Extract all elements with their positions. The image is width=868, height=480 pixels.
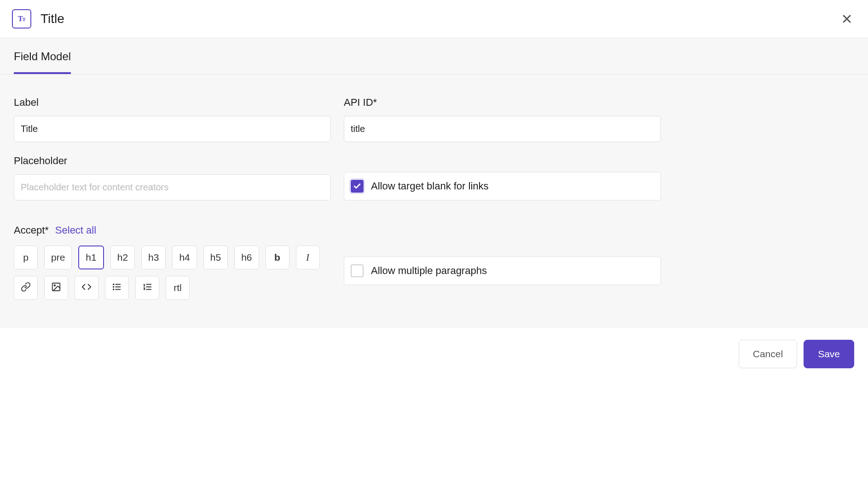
dialog-footer: Cancel Save (0, 327, 868, 380)
svg-point-9 (113, 289, 114, 290)
format-buttons: ppreh1h2h3h4h5h6bIrtl (14, 246, 330, 300)
format-h6-button[interactable]: h6 (234, 246, 259, 269)
format-h3-button[interactable]: h3 (141, 246, 166, 269)
dialog-title: Title (41, 11, 64, 26)
allow-multiple-label: Allow multiple paragraphs (371, 265, 487, 277)
tab-field-model[interactable]: Field Model (14, 38, 71, 74)
code-icon (81, 282, 92, 294)
format-pre-button[interactable]: pre (44, 246, 72, 269)
check-icon (353, 182, 361, 190)
accept-group: Accept* Select all ppreh1h2h3h4h5h6bIrtl (14, 213, 331, 300)
allow-target-blank-option[interactable]: Allow target blank for links (344, 172, 661, 200)
format-p-button[interactable]: p (14, 246, 38, 269)
allow-multiple-option[interactable]: Allow multiple paragraphs (344, 257, 661, 285)
accept-label: Accept* (14, 224, 49, 236)
close-button[interactable] (838, 10, 856, 28)
format-link-button[interactable] (14, 276, 38, 300)
apiid-input[interactable] (344, 116, 661, 142)
format-ul-button[interactable] (105, 276, 129, 300)
format-image-button[interactable] (44, 276, 68, 300)
apiid-field-label: API ID* (344, 97, 661, 109)
tabs: Field Model (0, 38, 868, 74)
svg-point-8 (113, 286, 114, 287)
svg-point-7 (113, 284, 114, 285)
label-group: Label (14, 97, 331, 142)
save-button[interactable]: Save (804, 340, 854, 368)
format-h1-button[interactable]: h1 (78, 246, 104, 269)
format-bold-button[interactable]: b (266, 246, 289, 269)
field-type-icon: TT (12, 9, 31, 29)
allow-target-blank-label: Allow target blank for links (371, 180, 489, 192)
format-italic-button[interactable]: I (296, 246, 320, 269)
cancel-button[interactable]: Cancel (739, 340, 797, 368)
dialog-header: TT Title (0, 0, 868, 38)
format-h5-button[interactable]: h5 (203, 246, 228, 269)
text-icon: TT (18, 15, 25, 23)
placeholder-field-label: Placeholder (14, 155, 331, 167)
format-embed-button[interactable] (75, 276, 98, 300)
format-rtl-button[interactable]: rtl (166, 276, 190, 300)
list-ol-icon (142, 282, 152, 294)
format-h4-button[interactable]: h4 (172, 246, 197, 269)
label-field-label: Label (14, 97, 331, 109)
target-blank-group: Allow target blank for links (344, 155, 661, 200)
allow-target-blank-checkbox[interactable] (351, 180, 364, 193)
allow-multiple-checkbox[interactable] (351, 264, 364, 277)
label-input[interactable] (14, 116, 331, 142)
format-h2-button[interactable]: h2 (110, 246, 135, 269)
placeholder-input[interactable] (14, 174, 331, 200)
image-icon (51, 282, 61, 294)
format-ol-button[interactable] (135, 276, 159, 300)
header-left: TT Title (12, 9, 64, 29)
svg-point-3 (54, 285, 55, 286)
select-all-link[interactable]: Select all (55, 224, 96, 236)
multiple-paragraphs-group: Allow multiple paragraphs (344, 257, 661, 300)
link-icon (21, 282, 31, 294)
placeholder-group: Placeholder (14, 155, 331, 200)
list-ul-icon (112, 282, 122, 294)
apiid-group: API ID* (344, 97, 661, 142)
close-icon (840, 12, 853, 25)
form-content: Label API ID* Placeholder Allow target b… (0, 74, 868, 327)
